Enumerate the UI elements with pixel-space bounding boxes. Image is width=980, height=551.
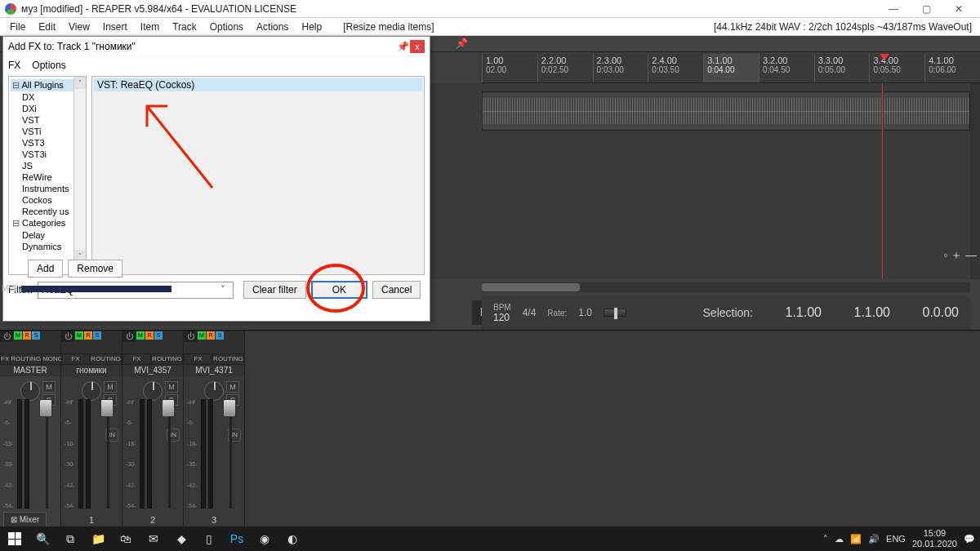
- app1-icon[interactable]: ◆: [172, 529, 191, 549]
- tree-vscrollbar[interactable]: ˄˅: [74, 77, 86, 262]
- dialog-close-button[interactable]: x: [410, 40, 425, 53]
- channel-number: 2: [122, 515, 183, 525]
- play-marker-icon[interactable]: [880, 54, 889, 60]
- power-button[interactable]: ⏻: [184, 331, 197, 342]
- rate-slider[interactable]: [604, 309, 626, 317]
- photoshop-icon[interactable]: Ps: [227, 529, 247, 549]
- maximize-button[interactable]: ▢: [910, 0, 942, 18]
- audio-status: [44.1kHz 24bit WAV : 2/2ch 1024spls ~43/…: [707, 21, 977, 33]
- volume-fader[interactable]: [100, 399, 114, 509]
- horizontal-scrollbar[interactable]: [482, 282, 970, 292]
- pan-knob[interactable]: [82, 381, 101, 401]
- media-item[interactable]: [482, 91, 970, 131]
- mute-button[interactable]: M: [42, 381, 56, 393]
- task-view-icon[interactable]: ⧉: [60, 529, 80, 549]
- remove-button[interactable]: Remove: [68, 260, 122, 278]
- filter-dropdown-icon[interactable]: ˅: [220, 284, 225, 295]
- timeline-ruler[interactable]: 1.0002.002.2.000:02.502.3.000:03.002.4.0…: [482, 54, 980, 83]
- channel-io[interactable]: FXROUTINGMONO: [0, 353, 60, 365]
- volume-fader[interactable]: [39, 399, 52, 509]
- dialog-menu-options[interactable]: Options: [32, 60, 65, 71]
- start-button[interactable]: [5, 529, 24, 549]
- ruler-tick[interactable]: 2.2.000:02.50: [537, 54, 593, 82]
- channel-name[interactable]: MVI_4357: [122, 365, 183, 376]
- dialog-pin-icon[interactable]: 📌: [395, 41, 410, 52]
- tray-volume-icon[interactable]: 🔊: [868, 534, 880, 544]
- taskbar: 🔍 ⧉ 📁 🛍 ✉ ◆ ▯ Ps ◉ ◐ ˄ ☁ 📶 🔊 ENG 15:09 2…: [0, 527, 980, 551]
- meter: [24, 399, 29, 509]
- power-button[interactable]: ⏻: [122, 331, 136, 342]
- app2-icon[interactable]: ▯: [199, 529, 219, 549]
- chrome-icon[interactable]: ◉: [255, 529, 274, 549]
- clear-filter-button[interactable]: Clear filter: [243, 281, 306, 299]
- mute-button[interactable]: M: [104, 381, 117, 393]
- menu-insert[interactable]: Insert: [96, 21, 134, 33]
- menu-view[interactable]: View: [62, 21, 96, 33]
- reaper-taskbar-icon[interactable]: ◐: [283, 529, 302, 549]
- menu-file[interactable]: File: [3, 21, 32, 33]
- arrange-view[interactable]: [482, 83, 970, 279]
- channel-name[interactable]: MVI_4371: [184, 365, 244, 376]
- channel-name[interactable]: MASTER: [0, 365, 60, 376]
- volume-fader[interactable]: [223, 399, 236, 509]
- channel-name[interactable]: гномики: [61, 365, 122, 376]
- plugin-list-item[interactable]: VST: ReaEQ (Cockos): [94, 78, 422, 91]
- selection-end[interactable]: 1.1.00: [833, 305, 890, 320]
- plugin-category-tree[interactable]: All PluginsDXDXiVSTVSTiVST3VST3iJSReWire…: [8, 76, 87, 275]
- tray-cloud-icon[interactable]: ☁: [835, 534, 844, 544]
- channel-io[interactable]: FXROUTING: [61, 353, 122, 365]
- dialog-menu-fx[interactable]: FX: [8, 60, 20, 71]
- power-button[interactable]: ⏻: [61, 331, 74, 342]
- system-tray[interactable]: ˄ ☁ 📶 🔊 ENG 15:09 20.01.2020 💬: [823, 528, 975, 549]
- ruler-tick[interactable]: 1.0002.00: [482, 54, 537, 82]
- ruler-tick[interactable]: 3.3.000:05.00: [814, 54, 870, 82]
- item-bar: [21, 286, 172, 292]
- power-button[interactable]: ⏻: [0, 331, 13, 342]
- volume-fader[interactable]: [162, 399, 175, 509]
- time-signature[interactable]: 4/4: [523, 307, 537, 318]
- close-button[interactable]: ✕: [942, 0, 975, 18]
- selection-length[interactable]: 0.0.00: [902, 305, 959, 320]
- tray-lang[interactable]: ENG: [886, 534, 906, 544]
- pan-knob[interactable]: [204, 381, 224, 401]
- store-icon[interactable]: 🛍: [116, 529, 136, 549]
- selection-start[interactable]: 1.1.00: [764, 305, 822, 320]
- pan-knob[interactable]: [20, 381, 40, 401]
- menu-track[interactable]: Track: [166, 21, 203, 33]
- ok-button[interactable]: OK: [311, 281, 368, 299]
- menu-options[interactable]: Options: [203, 21, 250, 33]
- mute-button[interactable]: M: [165, 381, 178, 393]
- meter: [147, 399, 152, 509]
- minimize-button[interactable]: —: [877, 0, 910, 18]
- add-track-icon[interactable]: ◦ ＋ —: [943, 248, 977, 263]
- bpm-value[interactable]: 120: [493, 312, 511, 323]
- tray-clock[interactable]: 15:09 20.01.2020: [912, 528, 957, 549]
- tray-notifications-icon[interactable]: 💬: [964, 534, 975, 544]
- channel-io[interactable]: FXROUTING: [122, 353, 183, 365]
- mail-icon[interactable]: ✉: [144, 529, 163, 549]
- mixer-tab[interactable]: ⊠ Mixer: [3, 512, 47, 527]
- cancel-button[interactable]: Cancel: [372, 281, 421, 299]
- menu-help[interactable]: Help: [295, 21, 328, 33]
- add-button[interactable]: Add: [28, 260, 63, 278]
- ruler-tick[interactable]: 3.1.000:04.00: [703, 54, 759, 82]
- ruler-tick[interactable]: 4.1.000:06.00: [924, 54, 980, 82]
- pan-knob[interactable]: [143, 381, 163, 401]
- ruler-tick[interactable]: 2.4.000:03.50: [648, 54, 703, 82]
- search-icon[interactable]: 🔍: [33, 529, 52, 549]
- mute-button[interactable]: M: [226, 381, 239, 393]
- explorer-icon[interactable]: 📁: [88, 529, 108, 549]
- menu-item[interactable]: Item: [134, 21, 166, 33]
- edit-cursor[interactable]: [882, 83, 883, 279]
- menu-edit[interactable]: Edit: [32, 21, 62, 33]
- ruler-tick[interactable]: 3.2.000:04.50: [759, 54, 814, 82]
- tray-chevron-icon[interactable]: ˄: [823, 534, 828, 544]
- channel-io[interactable]: FXROUTING: [184, 353, 244, 365]
- tray-wifi-icon[interactable]: 📶: [850, 534, 862, 544]
- plugin-list[interactable]: VST: ReaEQ (Cockos): [91, 76, 425, 275]
- add-fx-dialog: Add FX to: Track 1 "гномики" 📌 x FX Opti…: [2, 36, 430, 322]
- menu-actions[interactable]: Actions: [250, 21, 295, 33]
- ruler-tick[interactable]: 2.3.000:03.00: [593, 54, 648, 82]
- ruler-tick[interactable]: 3.4.000:05.50: [869, 54, 924, 82]
- pin-icon[interactable]: 📌: [456, 38, 468, 49]
